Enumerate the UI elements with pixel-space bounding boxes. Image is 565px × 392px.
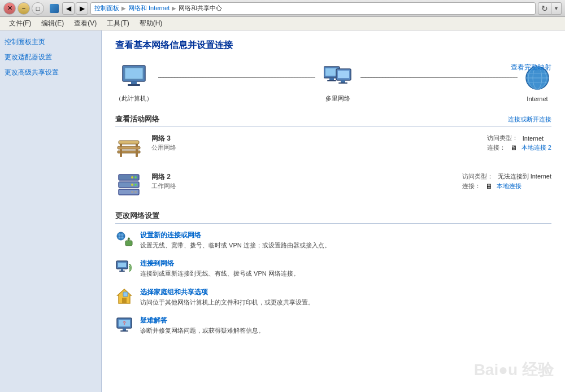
connection-label-2: 连接： <box>462 182 481 190</box>
breadcrumb-sep-2: ▶ <box>172 5 176 11</box>
access-type-label-3: 访问类型： <box>487 134 518 142</box>
back-button[interactable]: ◀ <box>62 2 75 15</box>
breadcrumb-item-3: 网络和共享中心 <box>179 4 222 12</box>
network-3-name: 网络 3 <box>151 134 478 143</box>
svg-rect-3 <box>128 84 140 86</box>
minimize-button[interactable]: − <box>18 2 30 15</box>
network-3-icon <box>115 134 142 161</box>
svg-rect-9 <box>338 71 349 78</box>
access-type-label-2: 访问类型： <box>462 172 493 181</box>
svg-point-26 <box>134 176 137 178</box>
address-bar: ◀ ▶ 控制面板 ▶ 网络和 Internet ▶ 网络和共享中心 ↻ ▼ <box>62 2 562 15</box>
svg-rect-51 <box>120 330 128 332</box>
network-label: 多里网络 <box>325 94 350 103</box>
connection-value-2[interactable]: 本地连接 <box>497 182 521 190</box>
setting-3-title[interactable]: 选择家庭组和共享选项 <box>140 288 208 296</box>
connection-value-3[interactable]: 本地连接 2 <box>521 143 551 152</box>
connection-icon-3: 🖥 <box>510 144 517 152</box>
svg-point-33 <box>131 191 133 193</box>
network-diagram: （此计算机） <box>115 63 551 103</box>
menu-view[interactable]: 查看(V) <box>69 18 101 29</box>
svg-marker-40 <box>127 237 131 239</box>
address-dropdown-button[interactable]: ▼ <box>551 2 562 15</box>
active-networks-title: 查看活动网络 连接或断开连接 <box>115 114 551 127</box>
close-button[interactable]: ✕ <box>3 2 16 15</box>
new-connection-icon <box>115 230 133 249</box>
network-icon <box>321 63 355 91</box>
app-icon <box>50 4 59 13</box>
setting-4-desc: 诊断并修复网络问题，或获得疑难解答信息。 <box>140 326 264 335</box>
setting-3-desc: 访问位于其他网络计算机上的文件和打印机，或更改共享设置。 <box>140 298 314 307</box>
svg-rect-24 <box>119 141 139 144</box>
svg-rect-47 <box>123 292 128 297</box>
sidebar-link-sharing[interactable]: 更改高级共享设置 <box>5 68 97 77</box>
svg-rect-42 <box>118 263 126 267</box>
setting-2-content: 连接到网络 连接到或重新连接到无线、有线、拨号或 VPN 网络连接。 <box>140 259 299 278</box>
net-line-2 <box>360 77 518 78</box>
main-window: 控制面板主页 更改适配器设置 更改高级共享设置 查看基本网络信息并设置连接 （此… <box>0 31 565 392</box>
network-2-details: 访问类型： 无法连接到 Internet 连接： 🖥 本地连接 <box>462 172 551 190</box>
svg-point-32 <box>134 191 137 193</box>
svg-rect-50 <box>123 328 126 330</box>
menu-tools[interactable]: 工具(T) <box>102 18 133 29</box>
more-settings-section: 更改网络设置 设置新的连接或网络 设 <box>115 211 551 336</box>
breadcrumb-item-2[interactable]: 网络和 Internet <box>128 4 169 12</box>
sidebar: 控制面板主页 更改适配器设置 更改高级共享设置 <box>0 31 102 392</box>
setting-4-content: 疑难解答 诊断并修复网络问题，或获得疑难解答信息。 <box>140 316 264 335</box>
svg-rect-46 <box>122 298 127 303</box>
net-node-network: 多里网络 <box>321 63 355 103</box>
sidebar-link-adapter[interactable]: 更改适配器设置 <box>5 53 97 62</box>
setting-2-title[interactable]: 连接到网络 <box>140 259 174 267</box>
menu-help[interactable]: 帮助(H) <box>135 18 167 29</box>
setting-1-content: 设置新的连接或网络 设置无线、宽带、拨号、临时或 VPN 连接；或设置路由器或接… <box>140 230 331 250</box>
svg-rect-21 <box>136 149 138 157</box>
access-type-value-3: Internet <box>523 135 544 142</box>
computer-label: （此计算机） <box>115 94 153 103</box>
menu-file[interactable]: 文件(F) <box>5 18 36 29</box>
connect-network-icon <box>115 259 133 277</box>
title-bar: ✕ − □ ◀ ▶ 控制面板 ▶ 网络和 Internet ▶ 网络和共享中心 … <box>0 0 565 17</box>
menu-edit[interactable]: 编辑(E) <box>37 18 68 29</box>
computer-icon <box>117 63 151 91</box>
connection-icon-2: 🖥 <box>485 182 492 190</box>
setting-1-title[interactable]: 设置新的连接或网络 <box>140 231 201 239</box>
network-2-info: 网络 2 工作网络 <box>151 172 453 190</box>
menu-bar: 文件(F) 编辑(E) 查看(V) 工具(T) 帮助(H) <box>0 17 565 31</box>
network-2-type: 工作网络 <box>151 182 453 190</box>
connection-label-3: 连接： <box>487 143 506 152</box>
setting-2-desc: 连接到或重新连接到无线、有线、拨号或 VPN 网络连接。 <box>140 269 299 278</box>
setting-1-desc: 设置无线、宽带、拨号、临时或 VPN 连接；或设置路由器或接入点。 <box>140 241 331 250</box>
breadcrumb-item-1[interactable]: 控制面板 <box>94 4 119 12</box>
svg-point-29 <box>134 184 137 186</box>
svg-rect-20 <box>120 149 122 157</box>
network-3-details: 访问类型： Internet 连接： 🖥 本地连接 2 <box>487 134 551 152</box>
content-area: 查看基本网络信息并设置连接 （此计算机） <box>102 31 565 392</box>
svg-rect-11 <box>338 82 347 84</box>
svg-rect-1 <box>125 68 143 79</box>
svg-point-30 <box>131 184 133 186</box>
troubleshoot-icon: ? <box>115 316 133 334</box>
refresh-button[interactable]: ↻ <box>538 2 551 15</box>
breadcrumb-sep-1: ▶ <box>121 5 126 11</box>
svg-rect-10 <box>341 80 345 82</box>
network-item-2: 网络 2 工作网络 访问类型： 无法连接到 Internet 连接： 🖥 本地连… <box>115 172 551 199</box>
setting-item-2: 连接到网络 连接到或重新连接到无线、有线、拨号或 VPN 网络连接。 <box>115 259 551 278</box>
setting-3-content: 选择家庭组和共享选项 访问位于其他网络计算机上的文件和打印机，或更改共享设置。 <box>140 288 314 307</box>
setting-item-4: ? 疑难解答 诊断并修复网络问题，或获得疑难解答信息。 <box>115 316 551 335</box>
svg-rect-44 <box>119 271 125 272</box>
maximize-button[interactable]: □ <box>32 2 44 15</box>
page-title: 查看基本网络信息并设置连接 <box>115 40 551 51</box>
svg-point-27 <box>131 176 133 178</box>
network-2-icon <box>115 172 142 199</box>
setting-item-1: 设置新的连接或网络 设置无线、宽带、拨号、临时或 VPN 连接；或设置路由器或接… <box>115 230 551 250</box>
connect-disconnect-link[interactable]: 连接或断开连接 <box>508 115 551 124</box>
view-full-map-link[interactable]: 查看完整映射 <box>511 63 551 72</box>
more-settings-title: 更改网络设置 <box>115 211 551 224</box>
internet-label: Internet <box>527 95 547 102</box>
forward-button[interactable]: ▶ <box>76 2 88 15</box>
network-3-type: 公用网络 <box>151 143 478 152</box>
sidebar-link-home[interactable]: 控制面板主页 <box>5 37 97 47</box>
setting-4-title[interactable]: 疑难解答 <box>140 316 167 324</box>
svg-rect-6 <box>329 78 334 80</box>
breadcrumb: 控制面板 ▶ 网络和 Internet ▶ 网络和共享中心 <box>90 2 536 15</box>
